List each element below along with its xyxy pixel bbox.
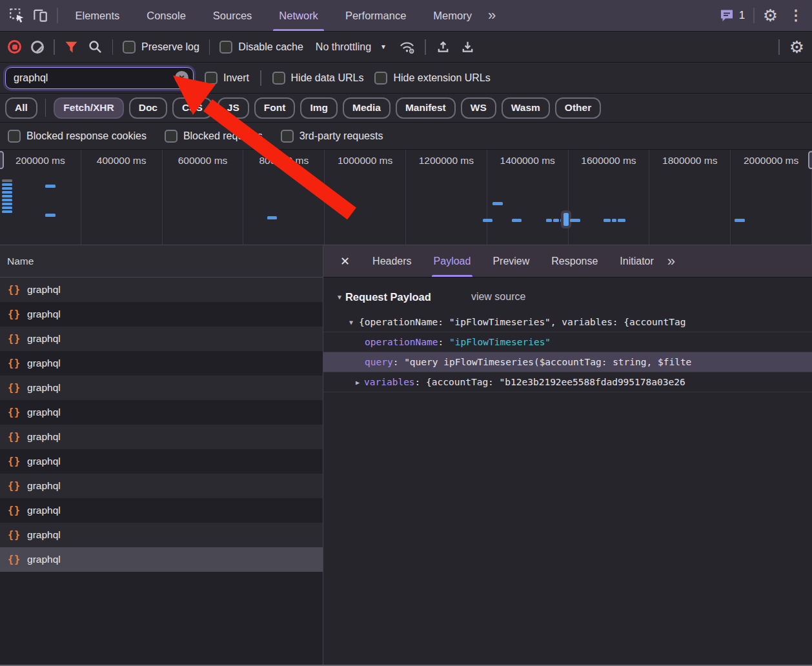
request-row[interactable]: {}graphql [0, 327, 323, 351]
details-tab-response[interactable]: Response [540, 245, 609, 277]
waterfall-bar[interactable] [604, 219, 611, 222]
waterfall-bar[interactable] [2, 187, 12, 190]
network-settings-button[interactable]: ⚙ [789, 39, 804, 56]
type-chip-ws[interactable]: WS [461, 97, 496, 119]
waterfall-bar[interactable] [570, 219, 580, 222]
waterfall-bar[interactable] [563, 213, 569, 226]
waterfall-bar[interactable] [2, 179, 12, 182]
export-har-button[interactable] [460, 39, 475, 54]
payload-tree-row[interactable]: operationName: "ipFlowTimeseries" [323, 332, 812, 352]
device-toolbar-button[interactable] [28, 4, 52, 27]
waterfall-bar[interactable] [560, 219, 563, 222]
tab-network[interactable]: Network [265, 0, 332, 31]
timeline-column: 1600000 ms [569, 150, 650, 245]
more-details-tabs-button[interactable]: » [665, 253, 676, 270]
payload-preview-row[interactable]: ▼ {operationName: "ipFlowTimeseries", va… [323, 312, 812, 332]
3rd-party-requests-checkbox[interactable]: 3rd-party requests [281, 130, 383, 143]
request-row[interactable]: {}graphql [0, 449, 323, 474]
more-tabs-button[interactable]: » [485, 7, 497, 24]
tab-performance[interactable]: Performance [332, 0, 420, 31]
type-chip-fetch-xhr[interactable]: Fetch/XHR [54, 97, 123, 119]
tab-sources[interactable]: Sources [199, 0, 266, 31]
waterfall-bar[interactable] [2, 191, 12, 194]
disable-cache-checkbox[interactable]: Disable cache [219, 41, 303, 54]
type-chip-wasm[interactable]: Wasm [502, 97, 550, 119]
waterfall-bar[interactable] [2, 203, 12, 205]
waterfall-bar[interactable] [2, 195, 12, 197]
payload-value: "query ipFlowTimeseries($accountTag: str… [404, 357, 691, 367]
timeline-overview[interactable]: 200000 ms400000 ms600000 ms800000 ms1000… [0, 150, 812, 245]
tab-console[interactable]: Console [133, 0, 199, 31]
request-row[interactable]: {}graphql [0, 376, 323, 400]
blocked-requests-checkbox[interactable]: Blocked requests [165, 130, 263, 143]
hide-extension-urls-checkbox[interactable]: Hide extension URLs [374, 72, 490, 85]
type-chip-font[interactable]: Font [254, 97, 296, 119]
request-row[interactable]: {}graphql [0, 302, 323, 327]
timeline-right-handle[interactable] [808, 151, 812, 169]
type-chip-js[interactable]: JS [218, 97, 249, 119]
throttling-select[interactable]: No throttling ▼ [313, 41, 389, 53]
waterfall-bar[interactable] [512, 219, 522, 222]
tab-elements[interactable]: Elements [62, 0, 134, 31]
name-column-header[interactable]: Name [0, 245, 323, 278]
network-conditions-button[interactable] [399, 39, 415, 55]
details-tab-payload[interactable]: Payload [423, 245, 482, 277]
waterfall-bar[interactable] [45, 214, 56, 217]
filter-toggle-button[interactable] [65, 40, 78, 54]
request-row[interactable]: {}graphql [0, 278, 323, 302]
blocked-response-cookies-checkbox[interactable]: Blocked response cookies [8, 130, 147, 143]
clear-button[interactable] [31, 41, 44, 54]
waterfall-bar[interactable] [618, 219, 625, 222]
waterfall-bar[interactable] [492, 202, 503, 205]
waterfall-bar[interactable] [45, 185, 56, 188]
filter-input[interactable] [14, 72, 175, 84]
waterfall-bar[interactable] [483, 219, 492, 222]
import-har-button[interactable] [436, 39, 451, 54]
type-chip-other[interactable]: Other [555, 97, 601, 119]
settings-button[interactable]: ⚙ [763, 7, 778, 24]
type-chip-manifest[interactable]: Manifest [396, 97, 456, 119]
view-source-link[interactable]: view source [471, 291, 525, 303]
close-details-button[interactable]: ✕ [334, 254, 356, 268]
request-row[interactable]: {}graphql [0, 547, 323, 572]
waterfall-bar[interactable] [735, 219, 745, 222]
waterfall-bar[interactable] [553, 219, 559, 222]
invert-checkbox[interactable]: Invert [205, 72, 249, 85]
type-chip-doc[interactable]: Doc [129, 97, 167, 119]
record-button[interactable] [8, 40, 21, 54]
payload-tree: ▼ {operationName: "ipFlowTimeseries", va… [323, 312, 812, 392]
waterfall-bar[interactable] [2, 199, 12, 201]
payload-tree-row[interactable]: query: "query ipFlowTimeseries($accountT… [323, 352, 812, 372]
details-tab-headers[interactable]: Headers [361, 245, 422, 277]
waterfall-bar[interactable] [267, 216, 277, 219]
request-row[interactable]: {}graphql [0, 523, 323, 547]
request-row[interactable]: {}graphql [0, 351, 323, 376]
type-chip-css[interactable]: CSS [172, 97, 212, 119]
waterfall-bar[interactable] [546, 219, 552, 222]
details-tab-preview[interactable]: Preview [482, 245, 540, 277]
details-tab-initiator[interactable]: Initiator [609, 245, 664, 277]
waterfall-bar[interactable] [2, 183, 12, 186]
request-row[interactable]: {}graphql [0, 400, 323, 425]
type-chip-media[interactable]: Media [343, 97, 391, 119]
type-chip-img[interactable]: Img [300, 97, 338, 119]
inspect-element-button[interactable] [5, 4, 28, 27]
hide-data-urls-checkbox[interactable]: Hide data URLs [272, 72, 364, 85]
request-payload-section[interactable]: ▼ Request Payload view source [323, 287, 812, 307]
tab-memory[interactable]: Memory [420, 0, 485, 31]
timeline-left-handle[interactable] [0, 151, 4, 169]
waterfall-bar[interactable] [2, 207, 12, 209]
waterfall-bar[interactable] [612, 219, 616, 222]
clear-filter-button[interactable]: ✕ [175, 71, 188, 85]
waterfall-bar[interactable] [2, 210, 12, 213]
request-row[interactable]: {}graphql [0, 498, 323, 523]
console-messages-button[interactable]: 1 [719, 8, 745, 23]
request-row[interactable]: {}graphql [0, 474, 323, 498]
more-options-button[interactable]: ⋮ [786, 7, 806, 24]
timeline-column: 1800000 ms [649, 150, 731, 245]
preserve-log-checkbox[interactable]: Preserve log [123, 41, 199, 54]
payload-tree-row[interactable]: ▶variables: {accountTag: "b12e3b2192ee55… [323, 372, 812, 392]
search-button[interactable] [88, 39, 103, 54]
type-chip-all[interactable]: All [5, 97, 37, 119]
request-row[interactable]: {}graphql [0, 425, 323, 449]
